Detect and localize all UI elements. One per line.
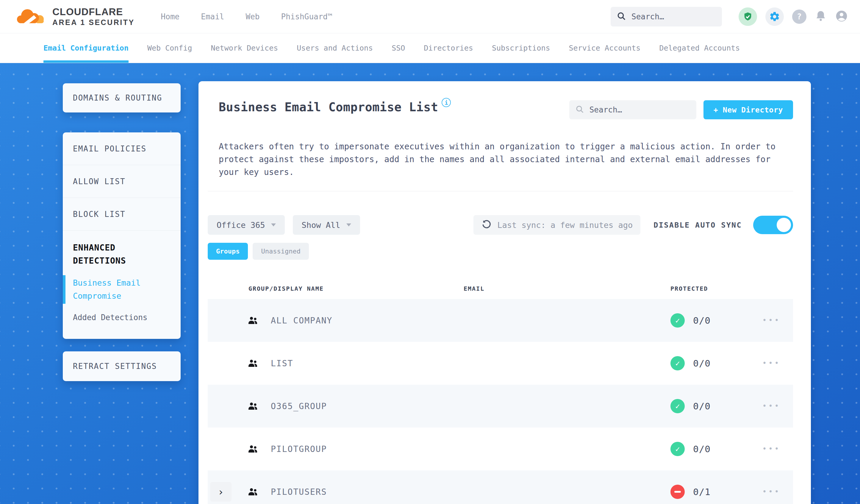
top-header: CLOUDFLARE AREA 1 SECURITY Home Email We… bbox=[0, 0, 860, 33]
expand-row-button[interactable]: › bbox=[210, 482, 231, 502]
protected-cell: 0/1 bbox=[663, 485, 750, 499]
group-people-icon bbox=[235, 444, 271, 454]
card-header: Business Email Compromise List i + New D… bbox=[219, 100, 793, 119]
refresh-icon bbox=[481, 219, 492, 231]
show-filter-dropdown[interactable]: Show All bbox=[293, 215, 360, 235]
table-row[interactable]: PILOTGROUP ✓ 0/0 ••• bbox=[208, 428, 793, 470]
list-search[interactable] bbox=[569, 100, 696, 119]
column-header-email: EMAIL bbox=[458, 285, 663, 292]
group-name: PILOTUSERS bbox=[271, 487, 458, 497]
tab-network-devices[interactable]: Network Devices bbox=[211, 33, 278, 63]
shield-check-icon[interactable] bbox=[739, 8, 757, 26]
brand-line1: CLOUDFLARE bbox=[52, 6, 135, 17]
sidebar-item-business-email-compromise[interactable]: Business Email Compromise bbox=[73, 276, 150, 303]
top-nav: Home Email Web PhishGuard™ bbox=[161, 12, 332, 21]
column-header-protected: PROTECTED bbox=[663, 285, 750, 292]
tab-unassigned[interactable]: Unassigned bbox=[253, 243, 309, 260]
global-search-input[interactable] bbox=[631, 12, 716, 21]
tab-groups[interactable]: Groups bbox=[208, 243, 248, 260]
header-right: ? bbox=[611, 7, 848, 27]
sidebar-item-email-policies[interactable]: EMAIL POLICIES bbox=[63, 132, 181, 165]
active-indicator bbox=[63, 275, 66, 304]
group-name: LIST bbox=[271, 359, 458, 368]
tab-directories[interactable]: Directories bbox=[424, 33, 473, 63]
sidebar-item-retract-settings[interactable]: RETRACT SETTINGS bbox=[63, 351, 181, 381]
tab-label: Email Configuration bbox=[43, 44, 129, 52]
group-people-icon bbox=[235, 358, 271, 369]
sidebar-item-added-detections[interactable]: Added Detections bbox=[73, 311, 171, 332]
protected-cell: ✓ 0/0 bbox=[663, 356, 750, 371]
bell-icon[interactable] bbox=[815, 10, 827, 23]
minus-icon bbox=[674, 491, 681, 493]
active-tab-underline bbox=[43, 60, 129, 63]
protected-check-badge: ✓ bbox=[671, 356, 685, 371]
row-menu-kebab-icon[interactable]: ••• bbox=[750, 402, 793, 410]
tab-users-and-actions[interactable]: Users and Actions bbox=[297, 33, 373, 63]
protected-check-badge: ✓ bbox=[671, 442, 685, 456]
tab-service-accounts[interactable]: Service Accounts bbox=[569, 33, 641, 63]
gear-icon[interactable] bbox=[765, 8, 784, 26]
table-row[interactable]: O365_GROUP ✓ 0/0 ••• bbox=[208, 385, 793, 428]
sidebar-enhanced-detections: ENHANCED DETECTIONS Business Email Compr… bbox=[63, 231, 181, 332]
sidebar-item-block-list[interactable]: BLOCK LIST bbox=[63, 198, 181, 231]
sidebar-link-label: Business Email Compromise bbox=[73, 278, 141, 301]
cloudflare-cloud-icon bbox=[17, 7, 48, 26]
protected-count: 0/0 bbox=[693, 358, 711, 369]
directory-filter-value: Office 365 bbox=[217, 220, 265, 230]
protected-count: 0/0 bbox=[693, 315, 711, 326]
tab-sso[interactable]: SSO bbox=[392, 33, 405, 63]
group-name: O365_GROUP bbox=[271, 401, 458, 411]
show-filter-value: Show All bbox=[302, 220, 341, 230]
protected-cell: ✓ 0/0 bbox=[663, 442, 750, 456]
info-icon[interactable]: i bbox=[442, 98, 451, 107]
table-row[interactable]: ALL COMPANY ✓ 0/0 ••• bbox=[208, 299, 793, 342]
tab-delegated-accounts[interactable]: Delegated Accounts bbox=[659, 33, 740, 63]
protected-count: 0/1 bbox=[693, 487, 711, 497]
sidebar-item-allow-list[interactable]: ALLOW LIST bbox=[63, 165, 181, 198]
table-row[interactable]: LIST ✓ 0/0 ••• bbox=[208, 342, 793, 385]
protected-check-badge: ✓ bbox=[671, 313, 685, 328]
directory-filter-dropdown[interactable]: Office 365 bbox=[208, 215, 285, 235]
group-people-icon bbox=[235, 487, 271, 497]
page-canvas: DOMAINS & ROUTING EMAIL POLICIES ALLOW L… bbox=[0, 63, 860, 504]
top-nav-phishguard[interactable]: PhishGuard™ bbox=[281, 12, 332, 21]
page-description: Attackers often try to impersonate execu… bbox=[219, 140, 793, 178]
tab-subscriptions[interactable]: Subscriptions bbox=[492, 33, 550, 63]
row-menu-kebab-icon[interactable]: ••• bbox=[750, 316, 793, 325]
page-title: Business Email Compromise List bbox=[219, 100, 438, 114]
row-menu-kebab-icon[interactable]: ••• bbox=[750, 445, 793, 453]
sidebar-item-enhanced-detections[interactable]: ENHANCED DETECTIONS bbox=[73, 241, 162, 268]
avatar-icon[interactable] bbox=[835, 10, 848, 24]
protected-check-badge: ✓ bbox=[671, 399, 685, 413]
chevron-down-icon bbox=[271, 224, 276, 227]
new-directory-button[interactable]: + New Directory bbox=[703, 100, 793, 119]
protected-count: 0/0 bbox=[693, 401, 711, 412]
tab-email-configuration[interactable]: Email Configuration bbox=[43, 33, 129, 63]
protected-count: 0/0 bbox=[693, 444, 711, 454]
top-nav-email[interactable]: Email bbox=[201, 12, 224, 21]
top-nav-web[interactable]: Web bbox=[246, 12, 260, 21]
row-menu-kebab-icon[interactable]: ••• bbox=[750, 488, 793, 496]
tab-web-config[interactable]: Web Config bbox=[147, 33, 192, 63]
group-people-icon bbox=[235, 401, 271, 412]
auto-sync-label: DISABLE AUTO SYNC bbox=[654, 221, 742, 229]
section-nav: Email Configuration Web Config Network D… bbox=[0, 33, 860, 63]
sidebar-item-domains-routing[interactable]: DOMAINS & ROUTING bbox=[63, 83, 181, 113]
brand-line2: AREA 1 SECURITY bbox=[52, 18, 135, 27]
search-icon bbox=[617, 11, 626, 22]
help-icon[interactable]: ? bbox=[792, 10, 806, 24]
main-content-card: Business Email Compromise List i + New D… bbox=[199, 81, 811, 504]
top-nav-home[interactable]: Home bbox=[161, 12, 180, 21]
last-sync-button[interactable]: Last sync: a few minutes ago bbox=[473, 215, 640, 235]
global-search[interactable] bbox=[611, 7, 722, 27]
cloudflare-logo[interactable]: CLOUDFLARE AREA 1 SECURITY bbox=[17, 6, 135, 27]
toggle-knob bbox=[777, 218, 791, 232]
divider bbox=[208, 191, 793, 191]
row-menu-kebab-icon[interactable]: ••• bbox=[750, 359, 793, 368]
column-header-group-display-name: GROUP/DISPLAY NAME bbox=[235, 285, 458, 292]
protected-cell: ✓ 0/0 bbox=[663, 313, 750, 328]
auto-sync-toggle[interactable] bbox=[753, 216, 793, 234]
list-search-input[interactable] bbox=[589, 105, 690, 114]
table-row[interactable]: › PILOTUSERS 0/1 ••• bbox=[208, 470, 793, 504]
sidebar-policies-card: EMAIL POLICIES ALLOW LIST BLOCK LIST ENH… bbox=[63, 132, 181, 339]
